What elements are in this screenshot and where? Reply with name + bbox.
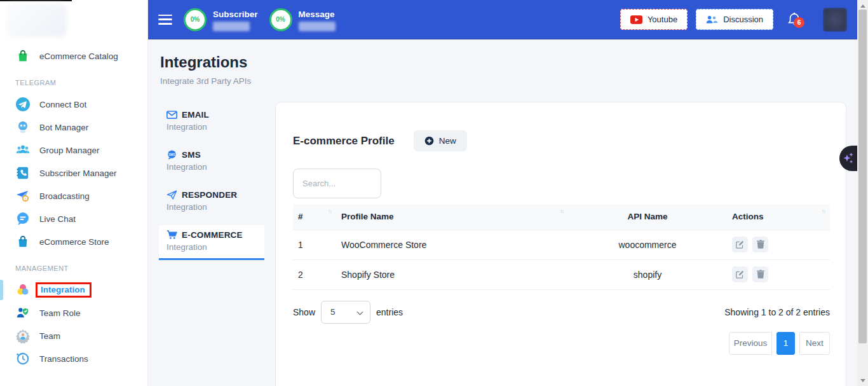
page-title: Integrations [148, 39, 857, 71]
edit-button[interactable] [732, 266, 748, 282]
sidebar-item-team[interactable]: Team [0, 324, 147, 347]
gear-person-icon [15, 328, 31, 343]
youtube-button[interactable]: Youtube [620, 9, 688, 30]
integration-subnav: EMAIL Integration SMS SMS Integration [159, 105, 264, 267]
panel-title: E-commerce Profile [293, 135, 395, 148]
hamburger-menu-icon[interactable] [158, 15, 172, 25]
current-page-button[interactable]: 1 [776, 332, 795, 355]
chevron-down-icon [357, 308, 363, 315]
sidebar-item-label: Team [39, 331, 60, 341]
broadcast-plane-icon: ! [15, 188, 31, 203]
youtube-icon [630, 15, 642, 24]
person-shield-icon [15, 305, 31, 321]
sort-icon[interactable]: ↑↓ [822, 208, 825, 214]
youtube-button-label: Youtube [648, 15, 677, 24]
sidebar-item-subscriber-manager[interactable]: Subscriber Manager [0, 162, 147, 184]
next-page-button[interactable]: Next [799, 332, 830, 355]
active-indicator-bar [0, 280, 3, 300]
actions-cell [727, 259, 830, 289]
edit-button[interactable] [732, 237, 748, 252]
sidebar-item-connect-bot[interactable]: Connect Bot [0, 93, 147, 116]
discussion-button-label: Discussion [723, 15, 763, 24]
sidebar-item-ecommerce-catalog[interactable]: eCommerce Catalog [0, 45, 147, 67]
entries-summary: Showing 1 to 2 of 2 entries [724, 307, 830, 317]
previous-page-button[interactable]: Previous [729, 332, 772, 355]
table-row: 2 Shopify Store shopify [293, 259, 830, 289]
column-header-num[interactable]: #↑↓ [293, 204, 336, 230]
sms-bubble-icon: SMS [166, 150, 177, 160]
table-row: 1 WooCommerce Store woocommerce [293, 230, 830, 259]
notifications-bell[interactable]: 6 [787, 12, 801, 27]
avatar-blurred-image [823, 8, 847, 32]
message-stat: 0% Message [269, 8, 336, 31]
subscriber-stat-label: Subscriber [213, 10, 258, 19]
pagination: Previous 1 Next [293, 332, 830, 355]
sidebar-item-label: Transactions [39, 354, 88, 364]
subnav-subtitle: Integration [166, 202, 264, 212]
scrollbar-thumb[interactable] [858, 10, 867, 343]
entries-label: entries [376, 307, 403, 317]
shopping-bag-green-icon [15, 48, 31, 64]
integration-circles-icon [15, 282, 31, 298]
sparkles-icon [842, 151, 855, 166]
sidebar-item-team-role[interactable]: Team Role [0, 301, 147, 324]
sidebar-item-label: eCommerce Catalog [39, 52, 118, 61]
sidebar-item-label-highlighted: Integration [36, 282, 92, 298]
subnav-item-responder[interactable]: RESPONDER Integration [159, 185, 264, 218]
ecommerce-profile-panel: E-commerce Profile New #↑↓ Profile Name↑… [275, 102, 846, 386]
sidebar-nav: eCommerce Catalog TELEGRAM Connect Bot B… [0, 45, 147, 370]
column-header-profile-name[interactable]: Profile Name↑↓ [336, 204, 568, 230]
sidebar-item-ecommerce-store[interactable]: eCommerce Store [0, 230, 147, 253]
app-logo [6, 4, 67, 37]
scrollbar-down-arrow[interactable] [857, 376, 868, 385]
email-envelope-icon [166, 111, 177, 119]
show-label: Show [293, 307, 315, 317]
subnav-title: EMAIL [182, 110, 209, 120]
group-people-icon [15, 142, 31, 158]
svg-text:!: ! [25, 197, 26, 201]
scrollbar-up-arrow[interactable] [857, 1, 868, 10]
user-avatar[interactable] [823, 8, 847, 32]
sort-icon[interactable]: ↑↓ [560, 208, 563, 214]
column-header-api-name[interactable]: API Name [568, 204, 727, 230]
sidebar-item-group-manager[interactable]: Group Manager [0, 139, 147, 162]
column-header-actions[interactable]: Actions↑↓ [727, 204, 830, 230]
profiles-table: #↑↓ Profile Name↑↓ API Name Actions↑↓ 1 … [293, 204, 830, 290]
message-progress-ring: 0% [269, 8, 292, 31]
discussion-button[interactable]: Discussion [696, 9, 773, 30]
history-clock-icon [15, 351, 31, 366]
sidebar-item-label: Broadcasting [39, 191, 90, 201]
page-size-select[interactable]: 5 [321, 301, 370, 324]
page-size-value: 5 [330, 307, 336, 317]
delete-button[interactable] [752, 237, 768, 252]
subnav-item-sms[interactable]: SMS SMS Integration [159, 145, 264, 178]
sidebar-item-bot-manager[interactable]: Bot Manager [0, 116, 147, 139]
page-scrollbar[interactable] [857, 0, 868, 386]
sidebar-section-management: MANAGEMENT [0, 253, 147, 279]
profile-name-cell: WooCommerce Store [336, 230, 568, 259]
sidebar-item-label: Live Chat [39, 214, 76, 224]
sidebar-item-integration[interactable]: Integration [0, 279, 147, 301]
sidebar-item-label: Team Role [39, 308, 81, 318]
subnav-item-ecommerce[interactable]: E-COMMERCE Integration [159, 225, 264, 260]
robot-icon [15, 120, 31, 135]
sidebar-item-label: Bot Manager [39, 123, 88, 132]
api-name-cell: shopify [568, 259, 727, 289]
sort-icon[interactable]: ↑↓ [328, 208, 331, 214]
subnav-item-email[interactable]: EMAIL Integration [159, 105, 264, 138]
sidebar-item-live-chat[interactable]: Live Chat [0, 207, 147, 230]
search-input[interactable] [293, 169, 381, 198]
new-profile-button[interactable]: New [414, 130, 467, 151]
table-footer: Show 5 entries Showing 1 to 2 of 2 entri… [293, 301, 830, 324]
subnav-subtitle: Integration [166, 162, 264, 172]
message-stat-value-blurred [299, 22, 336, 31]
sidebar-item-transactions[interactable]: Transactions [0, 347, 147, 370]
sidebar-item-broadcasting[interactable]: ! Broadcasting [0, 184, 147, 207]
message-stat-label: Message [299, 10, 336, 19]
svg-text:SMS: SMS [169, 153, 175, 156]
subnav-title: RESPONDER [182, 190, 237, 200]
subscriber-stat-value-blurred [213, 22, 250, 31]
delete-button[interactable] [752, 266, 768, 282]
page-subtitle: Integrate 3rd Party APIs [148, 71, 857, 86]
subnav-title: SMS [182, 150, 201, 160]
